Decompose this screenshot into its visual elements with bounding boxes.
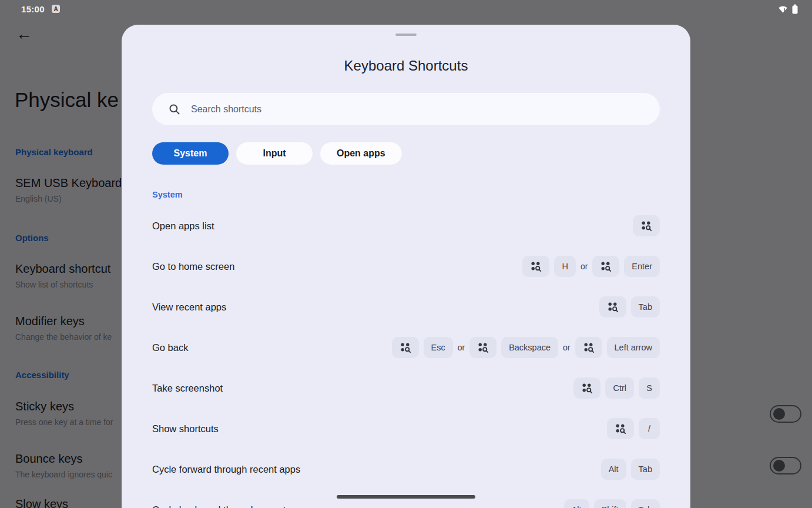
keycap: Alt [601,459,626,480]
shortcut-label: Open apps list [152,220,628,232]
action-key-icon [522,256,549,277]
clock: 15:00 [21,4,45,14]
or-separator: or [458,343,465,352]
keycap: Alt [564,499,589,508]
keycap: Backspace [501,337,558,358]
drag-handle[interactable] [395,34,417,36]
status-bar: 15:00 A [0,0,812,18]
keycap: Ctrl [605,377,634,399]
filter-chip-input[interactable]: Input [236,142,313,165]
search-input[interactable] [190,103,652,115]
keycap: H [554,256,575,277]
keycap: Tab [631,499,660,508]
action-key-icon [607,418,634,439]
keycap: Left arrow [607,337,660,358]
or-separator: or [581,262,588,271]
shortcut-label: Cycle forward through recent apps [152,464,596,475]
keycap: Shift [594,499,626,508]
keycap: Esc [424,337,453,358]
action-key-icon [392,337,419,358]
action-key-icon [575,337,602,358]
shortcut-row: Go to home screenHorEnter [152,256,660,277]
battery-icon [792,4,798,16]
search-icon [169,103,180,115]
keycap: Tab [631,296,660,317]
shortcut-label: Show shortcuts [152,423,602,435]
shortcut-row: Open apps list [152,215,660,236]
shortcut-row: Show shortcuts/ [152,418,660,439]
shortcut-label: Take screenshot [152,383,569,394]
sheet-title: Keyboard Shortcuts [122,58,690,74]
section-header: System [152,190,183,199]
shortcut-row: Take screenshotCtrlS [152,377,660,399]
wifi-icon [778,4,788,16]
app-notification-icon: A [52,5,60,13]
shortcut-row: Cycle forward through recent appsAltTab [152,459,660,480]
shortcut-label: View recent apps [152,302,595,313]
or-separator: or [563,343,570,352]
search-bar[interactable] [152,93,660,125]
filter-chips: SystemInputOpen apps [152,142,402,165]
keycap: Enter [624,256,660,277]
action-key-icon [469,337,496,358]
shortcut-row: View recent appsTab [152,296,660,317]
shortcut-row: Cycle backward through recent appsAltShi… [152,499,660,508]
shortcut-label: Go back [152,342,387,353]
action-key-icon [599,296,626,317]
action-key-icon [573,377,600,399]
keycap: Tab [631,459,660,480]
keyboard-shortcuts-sheet: Keyboard Shortcuts SystemInputOpen apps … [122,25,690,508]
action-key-icon [633,215,660,236]
shortcut-row: Go backEscorBackspaceorLeft arrow [152,337,660,358]
shortcut-label: Go to home screen [152,261,518,272]
action-key-icon [592,256,619,277]
keycap: S [639,377,660,399]
filter-chip-open-apps[interactable]: Open apps [320,142,402,165]
filter-chip-system[interactable]: System [152,142,229,165]
gesture-nav-handle[interactable] [337,495,475,499]
keycap: / [639,418,660,439]
shortcut-label: Cycle backward through recent apps [152,504,559,508]
